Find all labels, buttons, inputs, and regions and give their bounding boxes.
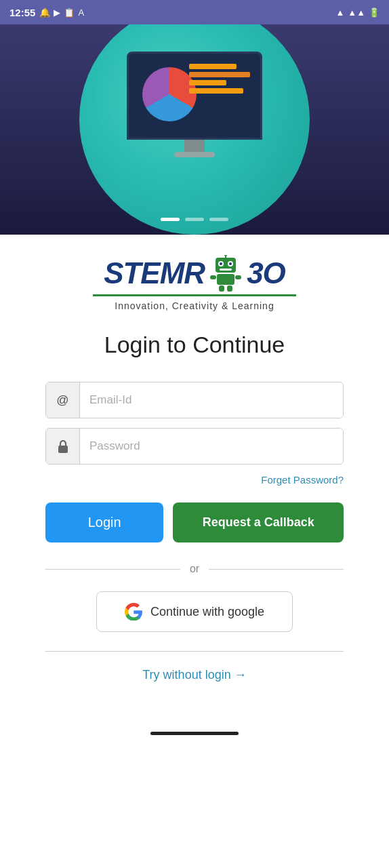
monitor-content xyxy=(129,54,260,138)
hero-banner xyxy=(0,24,389,235)
robot-svg xyxy=(209,255,243,292)
svg-point-4 xyxy=(229,262,232,265)
forgot-wrap: Forget Password? xyxy=(45,474,344,486)
wifi-icon: ▲ xyxy=(335,7,344,18)
home-indicator xyxy=(150,732,239,735)
divider-line-right xyxy=(209,569,344,570)
svg-point-3 xyxy=(220,262,222,265)
hero-dot-2[interactable] xyxy=(185,218,204,221)
lock-svg xyxy=(57,439,69,454)
svg-point-7 xyxy=(224,255,227,256)
or-divider: or xyxy=(45,563,344,575)
bar-chart xyxy=(189,64,250,94)
battery-icon: 🔋 xyxy=(369,7,380,18)
hero-dot-3[interactable] xyxy=(209,218,228,221)
monitor-illustration xyxy=(120,52,269,157)
password-group xyxy=(45,428,344,465)
logo-tagline: Innovation, Creativity & Learning xyxy=(115,300,274,311)
try-without-login-link[interactable]: Try without login → xyxy=(142,668,246,682)
page-title: Login to Continue xyxy=(104,332,285,358)
svg-rect-9 xyxy=(210,275,216,279)
notification-icon: 🔔 xyxy=(39,7,50,18)
logo-underline xyxy=(93,294,296,296)
bar-3 xyxy=(189,80,226,85)
svg-rect-11 xyxy=(219,285,224,292)
bar-4 xyxy=(189,88,243,94)
password-input[interactable] xyxy=(80,429,343,464)
logo-wrap: STEMR xyxy=(93,255,296,311)
status-bar: 12:55 🔔 ▶ 📋 A ▲ ▲▲ 🔋 xyxy=(0,0,389,24)
buttons-row: Login Request a Callback xyxy=(45,502,344,542)
hero-dot-1[interactable] xyxy=(161,218,180,221)
logo-robot-icon xyxy=(209,255,243,292)
svg-rect-13 xyxy=(58,446,68,453)
google-button-label: Continue with google xyxy=(150,605,264,619)
clipboard-icon: 📋 xyxy=(64,7,75,18)
play-icon: ▶ xyxy=(54,7,60,18)
accessibility-icon: A xyxy=(78,7,84,18)
monitor-base xyxy=(174,152,215,157)
logo-graphic: STEMR xyxy=(104,255,285,292)
monitor-screen xyxy=(127,52,262,140)
bar-1 xyxy=(189,64,237,69)
email-group: @ xyxy=(45,382,344,418)
svg-rect-5 xyxy=(220,269,232,271)
monitor-stand xyxy=(184,140,205,152)
email-input[interactable] xyxy=(80,382,343,418)
login-button[interactable]: Login xyxy=(45,502,163,542)
or-text: or xyxy=(190,563,199,575)
status-time: 12:55 xyxy=(9,7,35,18)
svg-rect-10 xyxy=(235,275,241,279)
pie-chart xyxy=(142,67,197,121)
lock-icon xyxy=(46,429,80,464)
signal-icon: ▲▲ xyxy=(348,7,365,18)
hero-dots xyxy=(161,218,228,221)
home-indicator-wrap xyxy=(0,716,389,750)
email-icon: @ xyxy=(46,382,80,418)
svg-rect-8 xyxy=(217,274,234,285)
forgot-password-link[interactable]: Forget Password? xyxy=(261,474,344,486)
bar-2 xyxy=(189,72,250,77)
logo-text-stemr: STEMR xyxy=(104,258,205,288)
google-icon xyxy=(125,603,142,620)
main-content: STEMR xyxy=(0,235,389,716)
svg-rect-12 xyxy=(227,285,232,292)
google-signin-button[interactable]: Continue with google xyxy=(96,591,293,632)
callback-button[interactable]: Request a Callback xyxy=(173,502,344,542)
logo-text-3d: 3O xyxy=(247,258,285,288)
divider-line-left xyxy=(45,569,180,570)
bottom-divider xyxy=(45,651,344,652)
